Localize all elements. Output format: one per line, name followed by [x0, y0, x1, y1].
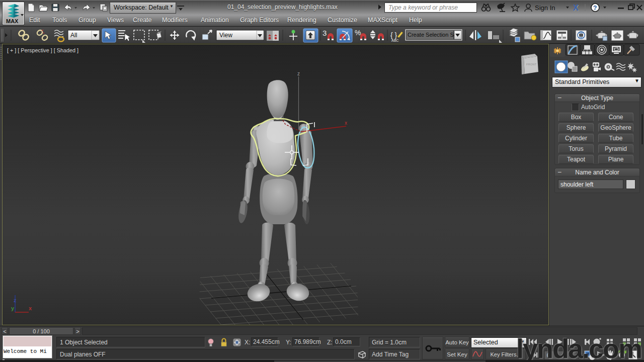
svg-text:3: 3: [323, 29, 327, 37]
svg-text:{ }: { }: [390, 31, 397, 39]
svg-text:z: z: [297, 71, 300, 76]
svg-text:View: View: [219, 32, 232, 39]
svg-text:All: All: [70, 32, 77, 39]
svg-text:?: ?: [593, 5, 597, 12]
svg-text:Create Selection Se: Create Selection Se: [408, 32, 457, 38]
svg-text:%: %: [355, 29, 361, 37]
svg-text:ABC: ABC: [391, 39, 398, 42]
svg-text:FRONT: FRONT: [526, 63, 537, 66]
svg-text:X: X: [573, 4, 579, 12]
svg-text:z: z: [14, 297, 17, 303]
svg-text:Sign In: Sign In: [535, 4, 555, 12]
svg-text:x: x: [29, 305, 32, 311]
svg-text:x: x: [345, 120, 347, 126]
svg-text:MAX: MAX: [6, 18, 19, 24]
svg-text:y: y: [11, 305, 15, 311]
